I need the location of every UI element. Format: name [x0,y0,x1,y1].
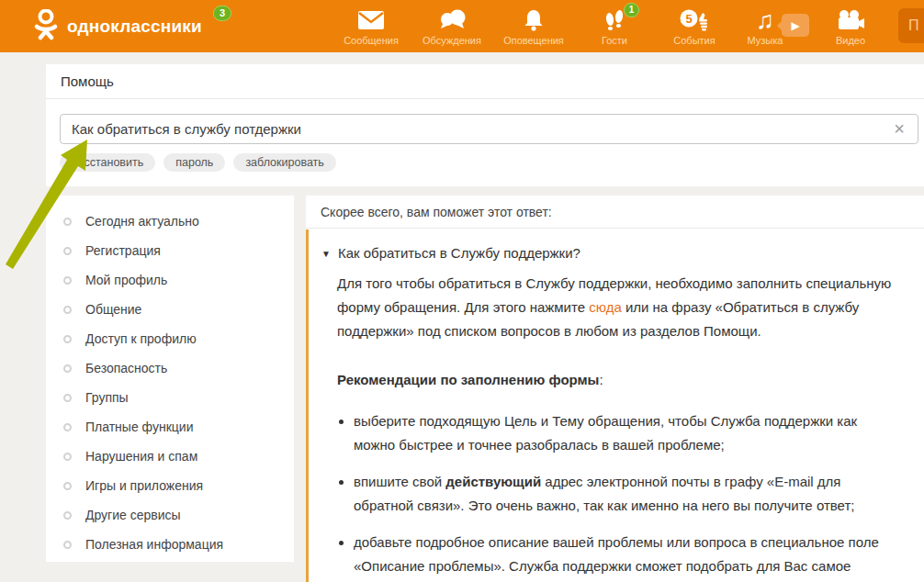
nav-video[interactable]: Видео [817,7,884,46]
logo-notification-badge: 3 [213,6,231,21]
messages-envelope-icon [357,7,385,33]
bullet-ring-icon [63,276,72,285]
music-note-icon: ♫ [756,7,774,33]
clear-search-icon[interactable]: × [889,118,909,139]
help-sections-sidebar: Сегодня актуально Регистрация Мой профил… [46,196,294,562]
logo-text: одноклассники [67,17,202,37]
play-icon: ▶ [791,19,799,32]
answer-block: ▼ Как обратиться в Службу поддержки? Для… [306,229,924,582]
nav-notifications[interactable]: Оповещения [497,7,570,46]
tag-restore[interactable]: восстановить [60,153,155,172]
notifications-bell-icon [522,7,546,33]
profile-button[interactable]: П [898,8,924,43]
bullet-ring-icon [63,541,72,549]
question-toggle[interactable]: ▼ Как обратиться в Службу поддержки? [321,245,898,261]
sidebar-item-useful-info[interactable]: Полезная информация [46,530,294,559]
top-header-bar: одноклассники 3 Сообщения Обсуждения [0,0,924,52]
bullet-ring-icon [63,423,72,431]
events-counter-icon: 5 [679,7,710,33]
svg-text:5: 5 [685,12,692,26]
nav-label: Оповещения [503,35,564,46]
tag-password[interactable]: пароль [163,153,225,172]
bullet-ring-icon [63,306,72,314]
recommendation-item: добавьте подробное описание вашей пробле… [354,531,898,582]
nav-discussions[interactable]: Обсуждения [415,7,489,46]
recommendations-heading: Рекомендации по заполнению формы: [337,368,898,392]
nav-label: События [673,35,715,46]
breadcrumb: Помощь [46,64,924,99]
sidebar-item-registration[interactable]: Регистрация [46,236,294,265]
bullet-ring-icon [63,453,72,461]
suggested-answer-header: Скорее всего, вам поможет этот ответ: [306,196,924,229]
sidebar-item-profile-access[interactable]: Доступ к профилю [46,324,294,353]
help-search-box: × [60,114,918,144]
video-camera-icon [836,7,865,33]
guests-footprints-icon: 1 [603,7,626,33]
ok-person-icon [33,9,59,44]
sidebar-item-today[interactable]: Сегодня актуально [46,207,294,236]
nav-label: Музыка [748,35,783,46]
bullet-ring-icon [63,335,72,343]
sidebar-item-groups[interactable]: Группы [46,383,294,412]
bullet-ring-icon [63,511,72,520]
sidebar-item-other-services[interactable]: Другие сервисы [46,500,294,530]
sidebar-item-my-profile[interactable]: Мой профиль [46,265,294,295]
help-search-panel: Помощь × восстановить пароль заблокирова… [46,64,924,186]
sidebar-item-communication[interactable]: Общение [46,295,294,324]
nav-label: Гости [602,35,627,46]
nav-label: Сообщения [344,35,399,46]
question-title: Как обратиться в Службу поддержки? [338,245,580,261]
guests-badge: 1 [624,3,639,17]
page-title: Помощь [61,73,114,89]
sidebar-item-games-apps[interactable]: Игры и приложения [46,471,294,500]
discussions-chat-icon [437,7,467,33]
sidebar-item-security[interactable]: Безопасность [46,353,294,383]
music-miniplayer-button[interactable]: ▶ [782,14,809,37]
nav-label: Обсуждения [423,35,481,46]
here-link[interactable]: сюда [589,299,622,315]
recommendation-item: выберите подходящую Цель и Тему обращени… [354,409,898,457]
recommendation-item: впишите свой действующий адрес электронн… [354,470,898,518]
nav-guests[interactable]: 1 Гости [584,7,645,46]
answer-paragraph: Для того чтобы обратиться в Службу подде… [337,272,898,343]
sidebar-item-violations-spam[interactable]: Нарушения и спам [46,442,294,471]
ok-logo[interactable]: одноклассники 3 [33,9,202,44]
nav-messages[interactable]: Сообщения [335,7,407,46]
nav-label: Видео [836,35,865,46]
answer-panel: Скорее всего, вам поможет этот ответ: ▼ … [306,196,924,582]
nav-events[interactable]: 5 События [660,7,728,46]
search-input[interactable] [60,114,918,144]
tag-block[interactable]: заблокировать [233,153,335,172]
bullet-ring-icon [63,394,72,402]
bullet-ring-icon [63,482,72,490]
bullet-ring-icon [63,364,72,373]
bullet-ring-icon [63,218,72,226]
sidebar-item-paid-features[interactable]: Платные функции [46,412,294,442]
suggested-tags: восстановить пароль заблокировать [60,153,336,172]
collapse-triangle-icon: ▼ [321,249,331,259]
bullet-ring-icon [63,247,72,255]
recommendations-list: выберите подходящую Цель и Тему обращени… [337,409,898,582]
